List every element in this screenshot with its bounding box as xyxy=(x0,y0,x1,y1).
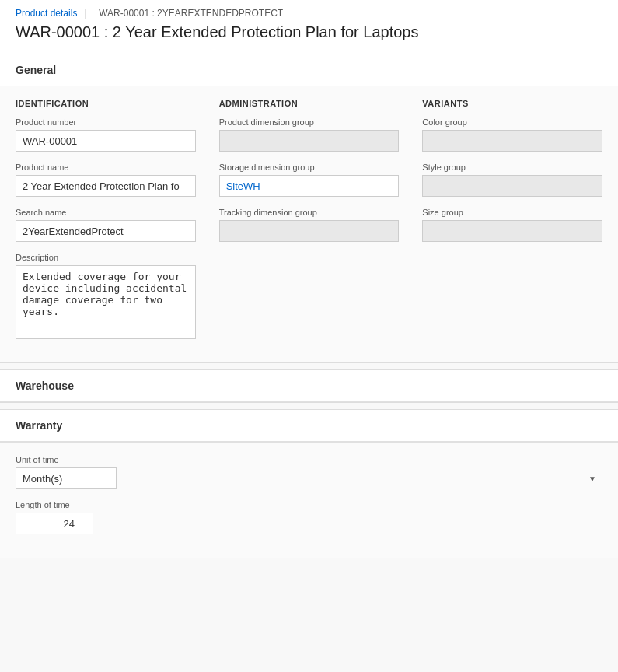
product-dimension-input[interactable] xyxy=(219,130,400,152)
style-group-input[interactable] xyxy=(422,175,602,197)
product-number-input[interactable] xyxy=(16,130,196,152)
length-of-time-field: Length of time xyxy=(16,500,602,534)
breadcrumb-link[interactable]: Product details xyxy=(16,8,77,19)
color-group-field: Color group xyxy=(422,117,602,152)
product-number-field: Product number xyxy=(16,117,196,152)
general-grid: IDENTIFICATION Product number Product na… xyxy=(16,99,602,350)
unit-of-time-select-wrapper: Month(s) Day(s) Year(s) ▼ xyxy=(16,467,602,489)
size-group-label: Size group xyxy=(422,208,602,217)
length-of-time-label: Length of time xyxy=(16,500,602,509)
general-section-body: IDENTIFICATION Product number Product na… xyxy=(0,86,618,362)
general-section-header: General xyxy=(0,54,618,86)
tracking-dimension-label: Tracking dimension group xyxy=(219,208,400,217)
identification-col: IDENTIFICATION Product number Product na… xyxy=(16,99,196,350)
warehouse-section-header: Warehouse xyxy=(0,370,618,402)
product-name-field: Product name xyxy=(16,163,196,197)
breadcrumb: Product details | WAR-00001 : 2YEAREXTEN… xyxy=(16,8,602,19)
breadcrumb-separator: | xyxy=(85,8,87,19)
color-group-label: Color group xyxy=(422,117,602,127)
product-dimension-label: Product dimension group xyxy=(219,117,400,127)
administration-col: ADMINISTRATION Product dimension group S… xyxy=(219,99,400,350)
style-group-field: Style group xyxy=(422,163,602,197)
storage-dimension-link[interactable]: SiteWH xyxy=(226,180,260,192)
storage-dimension-field: Storage dimension group SiteWH xyxy=(219,163,400,197)
page-title: WAR-00001 : 2 Year Extended Protection P… xyxy=(16,23,602,49)
tracking-dimension-input[interactable] xyxy=(219,220,400,242)
administration-col-header: ADMINISTRATION xyxy=(219,99,400,108)
general-section: General IDENTIFICATION Product number Pr… xyxy=(0,54,618,363)
search-name-label: Search name xyxy=(16,208,196,217)
storage-dimension-label: Storage dimension group xyxy=(219,163,400,172)
product-name-input[interactable] xyxy=(16,175,196,197)
variants-col: VARIANTS Color group Style group Size gr… xyxy=(422,99,602,350)
unit-of-time-field: Unit of time Month(s) Day(s) Year(s) ▼ xyxy=(16,455,602,489)
search-name-input[interactable] xyxy=(16,220,196,242)
description-label: Description xyxy=(16,253,196,262)
tracking-dimension-field: Tracking dimension group xyxy=(219,208,400,242)
warranty-section-header: Warranty xyxy=(0,410,618,442)
description-field: Description Extended coverage for your d… xyxy=(16,253,196,339)
color-group-input[interactable] xyxy=(422,130,602,152)
search-name-field: Search name xyxy=(16,208,196,242)
length-of-time-input[interactable] xyxy=(16,513,93,534)
chevron-down-icon: ▼ xyxy=(588,474,596,483)
breadcrumb-current: WAR-00001 : 2YEAREXTENDEDPROTECT xyxy=(99,8,283,19)
identification-col-header: IDENTIFICATION xyxy=(16,99,196,108)
variants-col-header: VARIANTS xyxy=(422,99,602,108)
warehouse-section: Warehouse xyxy=(0,369,618,403)
storage-dimension-value[interactable]: SiteWH xyxy=(219,175,400,197)
product-dimension-field: Product dimension group xyxy=(219,117,400,152)
product-number-label: Product number xyxy=(16,117,196,127)
style-group-label: Style group xyxy=(422,163,602,172)
unit-of-time-label: Unit of time xyxy=(16,455,602,464)
unit-of-time-select[interactable]: Month(s) Day(s) Year(s) xyxy=(16,467,117,489)
page-header: Product details | WAR-00001 : 2YEAREXTEN… xyxy=(0,0,618,54)
size-group-input[interactable] xyxy=(422,220,602,242)
size-group-field: Size group xyxy=(422,208,602,242)
product-name-label: Product name xyxy=(16,163,196,172)
warranty-section: Warranty Unit of time Month(s) Day(s) Ye… xyxy=(0,409,618,558)
warranty-body: Unit of time Month(s) Day(s) Year(s) ▼ L… xyxy=(0,443,618,558)
description-input[interactable]: Extended coverage for your device includ… xyxy=(16,265,196,339)
